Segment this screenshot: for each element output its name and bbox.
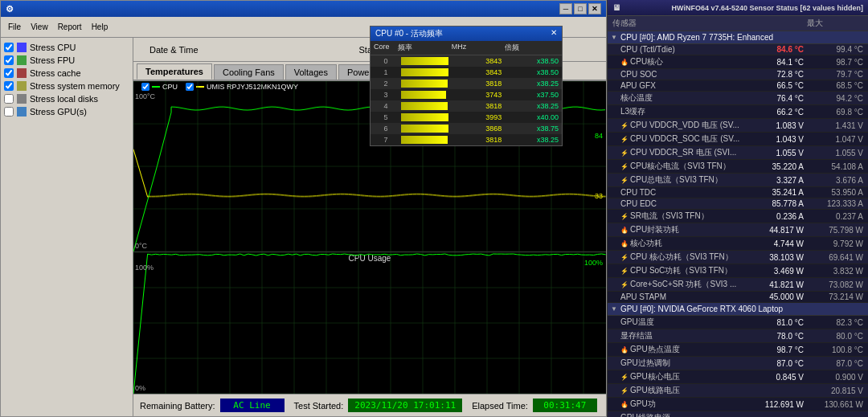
cpu-popup-title-text: CPU #0 - 活动频率	[375, 28, 443, 39]
battery-status: Remaining Battery: AC Line	[140, 399, 285, 412]
stress-fpu-checkbox[interactable]	[4, 55, 14, 65]
val-col-header	[751, 18, 807, 29]
hw-data-row: GPU温度 81.0 °C 82.3 °C	[608, 316, 868, 329]
core-freq-val: 3743	[452, 91, 506, 99]
hw-row-max: 0.900 V	[807, 373, 863, 382]
maximize-button[interactable]: □	[574, 3, 587, 14]
hw-row-max: 3.832 W	[807, 267, 863, 276]
minimize-button[interactable]: ─	[559, 3, 572, 14]
stress-options-sidebar: Stress CPU Stress FPU Stress cache Stres…	[1, 38, 133, 416]
cpu-core-row: 5 3993 x40.00	[371, 112, 562, 123]
stress-cache-checkbox[interactable]	[4, 68, 14, 78]
hw-row-name: L3缓存	[620, 106, 751, 117]
hw-data-row: SR电流（SVI3 TFN） 0.236 A 0.237 A	[608, 210, 868, 223]
core-freq-bar	[401, 136, 448, 144]
hw-data-row: CPU EDC 85.778 A 123.333 A	[608, 198, 868, 210]
tab-temperatures[interactable]: Temperatures	[137, 63, 212, 80]
core-freq-val: 3868	[452, 125, 506, 133]
stress-disks-checkbox[interactable]	[4, 94, 14, 104]
stress-fpu-label: Stress FPU	[30, 55, 75, 65]
hw-data-row: GPU核心电压 0.845 V 0.900 V	[608, 370, 868, 384]
hw-row-max: 1.047 V	[807, 135, 863, 144]
memory-icon	[17, 81, 27, 91]
hwinfo-content: ▼CPU [#0]: AMD Ryzen 7 7735H: Enhanced C…	[608, 31, 868, 417]
hw-row-name: CPU (Tctl/Tdie)	[620, 45, 751, 54]
menu-help[interactable]: Help	[88, 20, 113, 34]
tab-voltages[interactable]: Voltages	[285, 64, 337, 80]
core-freq-bar	[401, 80, 448, 88]
fpu-icon	[17, 55, 27, 65]
hw-data-row: 核心功耗 4.744 W 9.792 W	[608, 237, 868, 251]
hw-row-name: APU GFX	[620, 81, 751, 90]
hw-row-val: 98.7 °C	[751, 345, 807, 354]
section-name: CPU [#0]: AMD Ryzen 7 7735H: Enhanced	[620, 33, 773, 42]
hw-row-name: 核心功耗	[620, 238, 751, 249]
hw-row-name: CPU核心电流（SVI3 TFN）	[620, 161, 751, 172]
usage-value: 100%	[584, 259, 603, 267]
hw-row-max: 79.7 °C	[807, 70, 863, 79]
hw-row-val: 66.5 °C	[751, 81, 807, 90]
menu-file[interactable]: File	[4, 20, 25, 34]
core-num: 0	[374, 57, 398, 65]
cpu-core-row: 4 3818 x38.25	[371, 100, 562, 112]
aida-title-bar: ⚙ ─ □ ✕	[1, 1, 606, 17]
hw-row-max: 20.815 V	[807, 386, 863, 395]
cpu-core-row: 2 3818 x38.25	[371, 78, 562, 89]
hw-data-row: CPU核心电流（SVI3 TFN） 35.220 A 54.108 A	[608, 160, 868, 174]
hw-data-row: APU STAPM 45.000 W 73.214 W	[608, 292, 868, 303]
core-num: 7	[374, 136, 398, 144]
hw-row-max: 98.7 °C	[807, 58, 863, 67]
usage-y-min: 0%	[135, 384, 145, 392]
hw-row-name: CPU 核心功耗（SVI3 TFN）	[620, 251, 751, 263]
cpu-popup-title: CPU #0 - 活动频率 ✕	[371, 27, 562, 41]
temp-y-min: 0°C	[135, 242, 147, 250]
cpu-core-row: 6 3868 x38.75	[371, 123, 562, 134]
hw-row-max: 1.055 V	[807, 149, 863, 157]
hw-row-val: 35.241 A	[751, 188, 807, 197]
stress-gpu-checkbox[interactable]	[4, 107, 14, 117]
hw-row-val: 45.000 W	[751, 292, 807, 301]
hw-row-name: CPU VDDCR_SR 电压 (SVI...	[620, 147, 751, 158]
hw-row-val: 0.845 V	[751, 373, 807, 382]
core-freq-bar	[401, 57, 448, 65]
hw-row-val: 35.220 A	[751, 162, 807, 171]
usage-graph-section: CPU Usage 100% 0% 100%	[133, 252, 606, 394]
stress-cpu-label: Stress CPU	[30, 43, 76, 52]
tab-cooling-fans[interactable]: Cooling Fans	[214, 64, 284, 80]
section-name: GPU [#0]: NVIDIA GeForce RTX 4060 Laptop	[620, 305, 783, 313]
hw-section-header[interactable]: ▼CPU [#0]: AMD Ryzen 7 7735H: Enhanced	[608, 31, 868, 44]
menu-view[interactable]: View	[27, 20, 52, 34]
hw-data-row: GPU功 112.691 W 130.661 W	[608, 398, 868, 411]
stress-cpu-checkbox[interactable]	[4, 43, 14, 52]
hw-row-name: CPU TDC	[620, 188, 751, 197]
core-freq-bar	[401, 102, 448, 110]
stress-cpu-item: Stress CPU	[4, 41, 129, 54]
core-mult-val: x38.50	[505, 57, 559, 65]
cpu-popup-close[interactable]: ✕	[551, 28, 557, 39]
hw-row-max: 99.4 °C	[807, 45, 863, 54]
hw-row-max: 9.792 W	[807, 239, 863, 248]
core-mult-val: x37.50	[505, 91, 559, 99]
hw-section-header[interactable]: ▼GPU [#0]: NVIDIA GeForce RTX 4060 Lapto…	[608, 303, 868, 316]
hw-row-name: CPU SOC	[620, 70, 751, 79]
menu-report[interactable]: Report	[54, 20, 86, 34]
core-freq-val: 3818	[452, 136, 506, 144]
hw-row-max: 1.431 V	[807, 121, 863, 130]
hw-row-val: 4.744 W	[751, 239, 807, 248]
mult-header: 倍频	[505, 43, 559, 53]
close-button[interactable]: ✕	[588, 3, 601, 14]
hw-row-val: 1.055 V	[751, 149, 807, 157]
hw-row-name: CPU EDC	[620, 199, 751, 208]
stress-memory-label: Stress system memory	[30, 81, 120, 91]
core-num: 4	[374, 102, 398, 110]
core-num: 5	[374, 113, 398, 121]
hw-row-max: 80.0 °C	[807, 332, 863, 341]
stress-memory-checkbox[interactable]	[4, 81, 14, 91]
hw-row-name: GPU核心电压	[620, 371, 751, 382]
hw-data-row: CPU VDDCR_SOC 电压 (SV... 1.043 V 1.047 V	[608, 133, 868, 146]
core-mult-val: x38.50	[505, 68, 559, 76]
core-mult-val: x38.75	[505, 125, 559, 133]
hwinfo-icon: 🖥	[612, 3, 620, 12]
hw-data-row: CPU TDC 35.241 A 53.950 A	[608, 187, 868, 198]
stress-cache-label: Stress cache	[30, 68, 81, 78]
